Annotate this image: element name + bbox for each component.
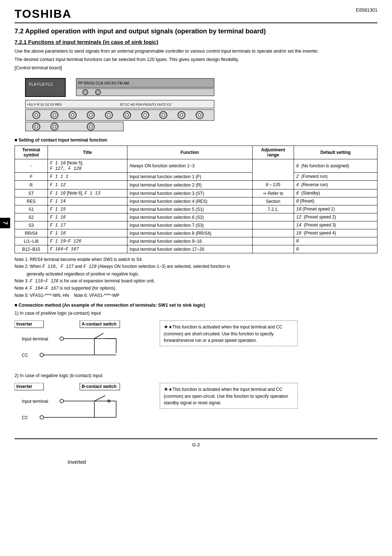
svg-point-22	[107, 114, 110, 116]
col-header-title: Title	[48, 146, 127, 159]
table-row: S2 F 1 16 Input terminal function select…	[15, 213, 377, 221]
svg-text:ST  CC  NO P24 PGOUT1 OUT2 CC: ST CC NO P24 PGOUT1 OUT2 CC	[120, 103, 172, 106]
cell-adjustment-empty	[252, 159, 294, 181]
cell-title: F 1 15	[48, 205, 127, 213]
section-title: 7.2.1 Functions of input terminals (in c…	[15, 39, 377, 45]
svg-text:Inverter: Inverter	[16, 322, 32, 327]
cell-function: Input terminal function selection 8 (RR/…	[127, 229, 252, 237]
svg-point-37	[53, 125, 56, 128]
svg-point-32	[198, 114, 201, 116]
svg-point-26	[144, 114, 147, 116]
circuit1-desc-text: ★This function is activated when the inp…	[164, 324, 282, 343]
svg-text:Input terminal: Input terminal	[22, 399, 48, 404]
cell-function: Input terminal function selection 17~20	[127, 245, 252, 253]
cell-title: F 1 10 [Note 6], F 1 13	[48, 189, 127, 197]
cell-title: F 1 17	[48, 221, 127, 229]
svg-rect-0	[25, 78, 65, 97]
note-1: Note 1: RR/S4 terminal become enable whe…	[15, 256, 377, 263]
svg-point-52	[40, 353, 44, 357]
svg-point-24	[126, 114, 128, 116]
svg-line-48	[94, 333, 103, 339]
svg-point-35	[35, 125, 38, 128]
cell-symbol: S3	[15, 221, 48, 229]
svg-point-39	[89, 125, 92, 128]
cell-adjustment-empty4	[252, 229, 294, 237]
svg-point-6	[84, 91, 86, 93]
note-3: Note 3: F 119~F 126 is for use of expans…	[15, 278, 377, 285]
cell-function: Input terminal function selection 5 (S1)	[127, 205, 252, 213]
col-header-default: Default setting	[294, 146, 377, 159]
cell-symbol: R	[15, 181, 48, 189]
cell-default: 16 (Preset speed 4)	[294, 229, 377, 237]
table-row: ST F 1 10 [Note 6], F 1 13 Input termina…	[15, 189, 377, 197]
col-header-symbol: Terminalsymbol	[15, 146, 48, 159]
cell-function: Input terminal function selection 7 (S3)	[127, 221, 252, 229]
svg-text:PP  RR/S4 CCA  VI/II  RX  FM  : PP RR/S4 CCA VI/II RX FM AM	[78, 81, 129, 85]
cell-function: Input terminal function selection 2 (R)	[127, 181, 252, 189]
terminal-function-table: Terminalsymbol Title Function Adjustment…	[15, 146, 377, 253]
svg-text:+SU F  R  S1  S2  S3 RES: +SU F R S1 S2 S3 RES	[27, 103, 62, 106]
connection-method-label: ■ Connection method (An example of the c…	[15, 303, 377, 308]
svg-point-60	[60, 399, 64, 403]
note-2: Note 2: When F 110, F 127 and F 128 (Alw…	[15, 263, 377, 277]
svg-point-20	[89, 114, 92, 116]
cell-title: F 1 19~F 126	[48, 237, 127, 245]
cell-symbol: S2	[15, 213, 48, 221]
cell-symbol: F	[15, 173, 48, 181]
terminal-diagram-svg: FLA FLB FLC PP RR/S4 CCA VI/II RX FM AM …	[22, 75, 225, 133]
cell-default: 4 (Reverse run)	[294, 181, 377, 189]
circuit1-description: ★★This function is activated when the in…	[160, 320, 298, 346]
terminal-board-diagram: FLA FLB FLC PP RR/S4 CCA VI/II RX FM AM …	[22, 75, 377, 134]
circuit-svg-2: Inverter B-contact switch Input terminal	[15, 383, 149, 430]
para2: The desired contact input terminal funct…	[15, 56, 377, 63]
svg-text:CC: CC	[22, 353, 28, 358]
cell-adjustment-section: Section	[252, 197, 294, 205]
cell-function: Input terminal function selection 6 (S2)	[127, 213, 252, 221]
chapter-marker: 7	[0, 218, 10, 228]
page-header: TOSHIBA E6581301	[15, 7, 377, 23]
cell-adjustment-empty5	[252, 237, 294, 245]
cell-adjustment-empty2	[252, 213, 294, 221]
page-footer: G-2	[15, 438, 377, 447]
note-5-6: Note 5: VFAS1-****-WN, HN Note 6: VFAS1-…	[15, 292, 377, 299]
cell-symbol: B12~B15	[15, 245, 48, 253]
cell-function: Input terminal function selection 4 (RES…	[127, 197, 252, 205]
svg-line-63	[94, 396, 105, 401]
svg-point-67	[40, 416, 44, 419]
svg-text:Input terminal: Input terminal	[22, 336, 48, 342]
page-number: G-2	[192, 442, 200, 447]
toshiba-logo: TOSHIBA	[15, 7, 72, 21]
cell-adjustment-section2: 7.2.1.	[252, 205, 294, 213]
svg-text:B-contact switch: B-contact switch	[82, 384, 117, 389]
cell-default: 0 (Reset)	[294, 197, 377, 205]
table-row: S3 F 1 17 Input terminal function select…	[15, 221, 377, 229]
cell-symbol: ST	[15, 189, 48, 197]
cell-title: F 1 10 [Note 5],F 127, F 128	[48, 159, 127, 173]
cell-title: F 1 16	[48, 213, 127, 221]
cell-symbol: RR/S4	[15, 229, 48, 237]
table-row: - F 1 10 [Note 5],F 127, F 128 Always ON…	[15, 159, 377, 173]
table-row: F F 1 1 1 Input terminal function select…	[15, 173, 377, 181]
chapter-number: 7	[2, 221, 8, 225]
cell-function: Input terminal function selection 3 (ST)	[127, 189, 252, 197]
table-row: LI1~LI8 F 1 19~F 126 Input terminal func…	[15, 237, 377, 245]
control-terminal-label: [Control terminal board]	[15, 65, 377, 71]
svg-point-30	[180, 114, 183, 116]
cell-default: 0 (No function is assigned)	[294, 159, 377, 173]
case1-label: 1) In case of positive logic (a-contact)…	[15, 310, 377, 317]
cell-function: Always ON function selection 1~3	[127, 159, 252, 173]
cell-default: 10 (Preset speed 1)	[294, 205, 377, 213]
cell-default: 2 (Forward run)	[294, 173, 377, 181]
circuit-svg-1: Inverter A-contact switch Input terminal	[15, 320, 149, 368]
svg-text:A-contact switch: A-contact switch	[82, 322, 117, 327]
circuit-section-2: Inverter B-contact switch Input terminal	[15, 383, 377, 431]
svg-point-18	[71, 114, 74, 116]
svg-text:FLA FLB FLC: FLA FLB FLC	[29, 82, 53, 86]
svg-point-45	[60, 337, 64, 340]
table-row: B12~B15 F 164~F 167 Input terminal funct…	[15, 245, 377, 253]
svg-point-8	[97, 91, 99, 93]
cell-title: F 1 14	[48, 197, 127, 205]
document-number: E6581301	[356, 7, 377, 13]
cell-symbol: -	[15, 159, 48, 173]
cell-default: 0	[294, 245, 377, 253]
